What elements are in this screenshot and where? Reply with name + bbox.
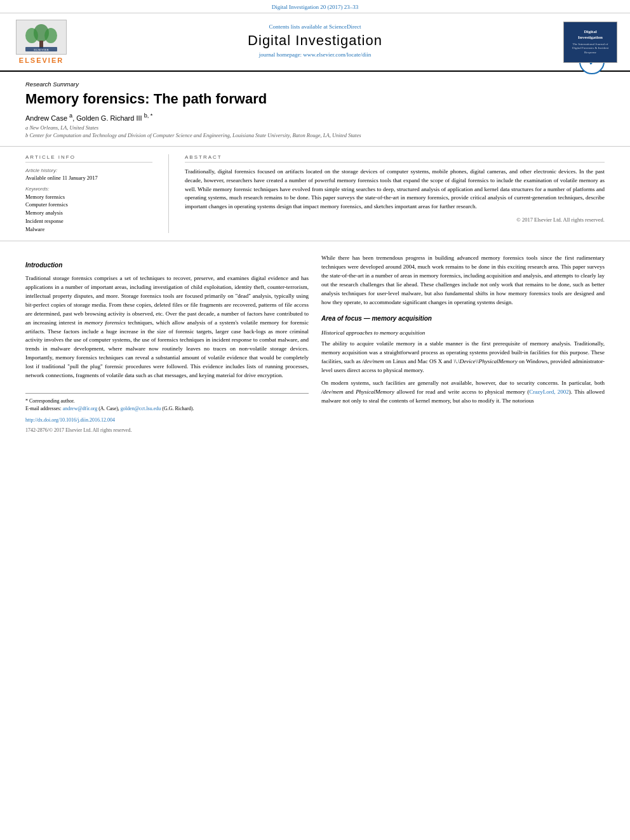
footnote-area: * Corresponding author. E-mail addresses… (25, 393, 309, 434)
top-bar: Digital Investigation 20 (2017) 23–33 (0, 0, 630, 13)
keyword-malware: Malware (25, 225, 152, 234)
elsevier-logo-area: ELSEVIER ELSEVIER (13, 20, 83, 64)
introduction-para1: Traditional storage forensics comprises … (25, 274, 309, 380)
keyword-memory-forensics: Memory forensics (25, 193, 152, 201)
article-authors: Andrew Case a, Golden G. Richard III b, … (25, 112, 605, 122)
article-title: Memory forensics: The path forward (25, 91, 605, 107)
article-header: ✓ Research Summary Memory forensics: The… (0, 72, 630, 147)
author1-label: (A. Case), (98, 406, 121, 411)
author2-label: (G.G. Richard). (162, 406, 194, 411)
introduction-heading: Introduction (25, 260, 309, 270)
keyword-memory-analysis: Memory analysis (25, 209, 152, 217)
journal-logo-area: DigitalInvestigation The International J… (547, 22, 617, 63)
keywords-label: Keywords: (25, 186, 152, 192)
article-info-column: ARTICLE INFO Article history: Available … (25, 154, 152, 234)
abstract-text: Traditionally, digital forensics focused… (185, 168, 605, 212)
keyword-computer-forensics: Computer forensics (25, 201, 152, 209)
left-content-column: Introduction Traditional storage forensi… (25, 254, 309, 434)
author-names: Andrew Case a, Golden G. Richard III b, … (25, 114, 152, 122)
footnote-corresponding: * Corresponding author. (25, 397, 309, 405)
history-value: Available online 11 January 2017 (25, 175, 152, 181)
svg-point-3 (44, 28, 57, 43)
keywords-list: Memory forensics Computer forensics Memo… (25, 193, 152, 234)
article-info-title: ARTICLE INFO (25, 154, 152, 163)
email1-link[interactable]: andrew@dfir.org (63, 406, 98, 411)
crazylord-ref[interactable]: CrazyLord, 2002 (529, 389, 569, 395)
right-para2: The ability to acquire volatile memory i… (321, 340, 605, 375)
main-content-area: Introduction Traditional storage forensi… (0, 241, 630, 447)
homepage-line: journal homepage: www.elsevier.com/locat… (83, 51, 547, 58)
svg-point-2 (25, 28, 38, 43)
footnote-email: E-mail addresses: andrew@dfir.org (A. Ca… (25, 405, 309, 413)
contents-availability: Contents lists available at ScienceDirec… (83, 23, 547, 30)
area-of-focus-heading: Area of focus — memory acquisition (321, 314, 605, 324)
elsevier-brand-text: ELSEVIER (19, 57, 64, 64)
footnote-email-label: E-mail addresses: (25, 406, 62, 411)
right-content-column: While there has been tremendous progress… (321, 254, 605, 434)
footer-copyright: 1742-2876/© 2017 Elsevier Ltd. All right… (25, 427, 309, 434)
abstract-title: ABSTRACT (185, 154, 605, 163)
historical-approaches-heading: Historical approaches to memory acquisit… (321, 329, 605, 338)
article-info-abstract-section: ARTICLE INFO Article history: Available … (0, 147, 630, 242)
journal-title: Digital Investigation (83, 32, 547, 49)
column-divider (168, 154, 169, 234)
keyword-incident-response: Incident response (25, 217, 152, 225)
sciencedirect-link[interactable]: ScienceDirect (329, 23, 361, 30)
journal-header-center: Contents lists available at ScienceDirec… (83, 23, 547, 60)
right-para1: While there has been tremendous progress… (321, 254, 605, 307)
abstract-column: ABSTRACT Traditionally, digital forensic… (185, 154, 605, 234)
affiliation-a: a New Orleans, LA, United States (25, 124, 605, 131)
history-label: Article history: (25, 168, 152, 173)
elsevier-logo-image: ELSEVIER (16, 20, 67, 55)
abstract-copyright: © 2017 Elsevier Ltd. All rights reserved… (185, 217, 605, 223)
journal-citation: Digital Investigation 20 (2017) 23–33 (272, 4, 358, 10)
svg-text:ELSEVIER: ELSEVIER (34, 48, 49, 51)
journal-header: ELSEVIER ELSEVIER Contents lists availab… (0, 13, 630, 72)
elsevier-logo: ELSEVIER ELSEVIER (13, 20, 70, 64)
doi-link[interactable]: http://dx.doi.org/10.1016/j.diin.2016.12… (25, 417, 309, 424)
affiliation-b: b Center for Computation and Technology … (25, 132, 605, 138)
homepage-link[interactable]: www.elsevier.com/locate/diin (303, 51, 371, 58)
email2-link[interactable]: golden@cct.lsu.edu (121, 406, 161, 411)
article-category: Research Summary (25, 81, 605, 88)
right-para3: On modern systems, such facilities are g… (321, 379, 605, 406)
di-journal-logo: DigitalInvestigation The International J… (563, 22, 617, 63)
